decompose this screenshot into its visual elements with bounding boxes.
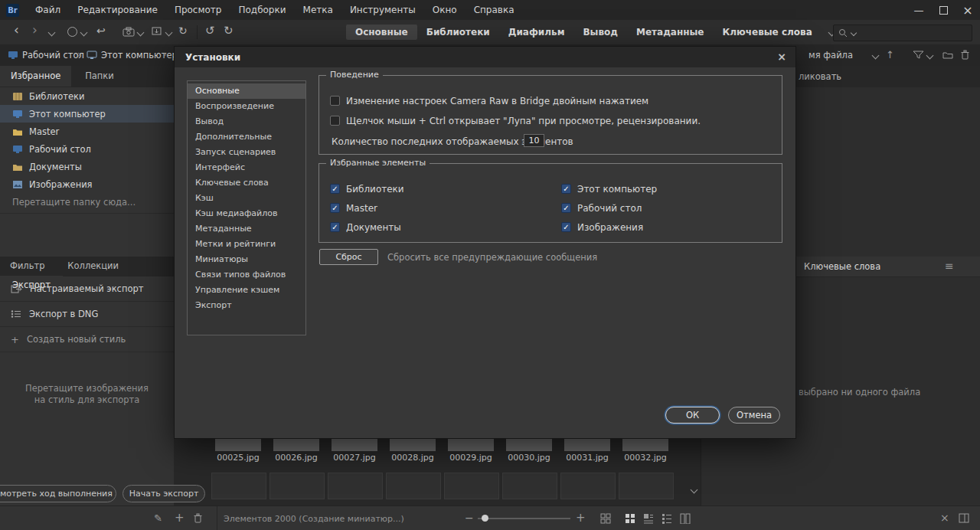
menu-file[interactable]: Файл xyxy=(27,0,69,20)
workspace-tab-filmstrip[interactable]: Диафильм xyxy=(499,25,574,40)
return-to-app-icon[interactable]: ↩ xyxy=(96,25,106,37)
category-keywords[interactable]: Ключевые слова xyxy=(188,175,305,191)
favorite-libraries[interactable]: Библиотеки xyxy=(0,87,174,105)
new-folder-icon[interactable] xyxy=(942,51,953,59)
favorite-master[interactable]: Master xyxy=(0,123,174,140)
camera-dropdown-icon[interactable] xyxy=(137,29,145,37)
category-metadata[interactable]: Метаданные xyxy=(188,221,305,237)
reset-button[interactable]: Сброс xyxy=(319,249,378,265)
camera-raw-checkbox[interactable] xyxy=(330,96,340,106)
fav-documents-checkbox[interactable]: ✓ xyxy=(330,222,340,232)
dialog-close-icon[interactable]: × xyxy=(777,51,786,63)
tab-folders[interactable]: Папки xyxy=(74,66,125,87)
menu-window[interactable]: Окно xyxy=(424,0,466,20)
edit-preset-icon[interactable]: ✎ xyxy=(154,512,162,524)
refresh-icon[interactable]: ↻ xyxy=(178,25,188,37)
category-playback[interactable]: Воспроизведение xyxy=(188,99,305,114)
menu-view[interactable]: Просмотр xyxy=(166,0,230,20)
maximize-button[interactable] xyxy=(931,0,956,20)
view-list-icon[interactable] xyxy=(662,513,672,524)
menu-label[interactable]: Метка xyxy=(295,0,341,20)
favorite-documents[interactable]: Документы xyxy=(0,158,174,175)
nav-dropdown-icon[interactable] xyxy=(48,29,56,37)
layout-panel-icon[interactable] xyxy=(959,513,969,523)
tab-collections[interactable]: Коллекции xyxy=(57,257,129,276)
tab-favorites[interactable]: Избранное xyxy=(0,66,71,87)
fav-desktop-checkbox[interactable]: ✓ xyxy=(561,203,571,213)
sort-ascending-icon[interactable]: ↑ xyxy=(886,49,894,61)
menu-help[interactable]: Справка xyxy=(466,0,523,20)
cancel-button[interactable]: Отмена xyxy=(728,407,780,424)
camera-import-icon[interactable] xyxy=(122,27,135,37)
grid-lock-icon[interactable] xyxy=(600,513,611,524)
loupe-checkbox[interactable] xyxy=(330,116,340,126)
panel-menu-icon[interactable]: ≡ xyxy=(945,260,954,272)
menu-tools[interactable]: Инструменты xyxy=(341,0,424,20)
recent-items-input[interactable] xyxy=(524,134,544,147)
export-item-custom[interactable]: Настраиваемый экспорт xyxy=(0,276,174,302)
thumbnail-size-slider[interactable] xyxy=(478,518,570,519)
category-interface[interactable]: Интерфейс xyxy=(188,160,305,175)
fav-master-checkbox[interactable]: ✓ xyxy=(330,203,340,213)
fav-pictures-checkbox[interactable]: ✓ xyxy=(561,222,571,232)
dialog-title-bar[interactable]: Установки × xyxy=(175,47,795,67)
menu-edit[interactable]: Редактирование xyxy=(69,0,166,20)
workspace-tab-libraries[interactable]: Библиотеки xyxy=(417,25,499,40)
filter-items-icon[interactable] xyxy=(913,51,924,59)
search-input[interactable] xyxy=(860,28,955,38)
favorite-computer[interactable]: Этот компьютер xyxy=(0,105,174,123)
view-details-icon[interactable] xyxy=(643,513,654,524)
back-button[interactable]: ‹ xyxy=(14,24,19,36)
photo-downloader-icon[interactable] xyxy=(152,27,163,37)
forward-button[interactable]: › xyxy=(32,24,38,36)
fav-computer-checkbox[interactable]: ✓ xyxy=(561,184,571,194)
scroll-down-icon[interactable] xyxy=(691,486,698,494)
fav-libraries-checkbox[interactable]: ✓ xyxy=(330,184,340,194)
close-panel-icon[interactable]: × xyxy=(940,512,949,524)
favorite-pictures[interactable]: Изображения xyxy=(0,175,174,193)
zoom-in-icon[interactable]: + xyxy=(576,511,586,525)
view-thumbnails-icon[interactable] xyxy=(625,513,635,524)
sort-by-filename-label[interactable]: мя файла xyxy=(808,50,853,61)
view-columns-icon[interactable] xyxy=(680,513,691,524)
breadcrumb-desktop[interactable]: Рабочий стол xyxy=(22,50,84,61)
search-box[interactable] xyxy=(833,25,972,41)
category-labels-ratings[interactable]: Метки и рейтинги xyxy=(188,237,305,252)
tab-filter[interactable]: Фильтр xyxy=(0,257,55,276)
menu-stacks[interactable]: Подборки xyxy=(230,0,294,20)
start-export-button[interactable]: Начать экспорт xyxy=(122,485,205,502)
sort-dropdown-icon[interactable] xyxy=(872,52,880,60)
zoom-out-icon[interactable]: − xyxy=(465,512,474,524)
category-export[interactable]: Экспорт xyxy=(188,298,305,313)
category-thumbnails[interactable]: Миниатюры xyxy=(188,252,305,267)
export-item-dng[interactable]: Экспорт в DNG xyxy=(0,302,174,327)
category-cache[interactable]: Кэш xyxy=(188,191,305,206)
workspace-tab-essentials[interactable]: Основные xyxy=(346,25,417,40)
workspace-tab-keywords[interactable]: Ключевые слова xyxy=(714,25,822,40)
category-file-type-assoc[interactable]: Связи типов файлов xyxy=(188,267,305,283)
recent-files-icon[interactable] xyxy=(67,27,77,37)
delete-icon[interactable] xyxy=(961,50,969,60)
filter-dropdown-icon[interactable] xyxy=(926,52,934,60)
rotate-cw-button[interactable]: ↻ xyxy=(224,25,234,37)
favorite-desktop[interactable]: Рабочий стол xyxy=(0,140,174,158)
view-progress-button[interactable]: осмотреть ход выполнения xyxy=(0,485,116,502)
downloader-dropdown-icon[interactable] xyxy=(165,29,173,37)
add-preset-icon[interactable]: + xyxy=(175,511,185,525)
category-cache-management[interactable]: Управление кэшем xyxy=(188,283,305,298)
ok-button[interactable]: ОК xyxy=(665,407,720,424)
rotate-ccw-button[interactable]: ↺ xyxy=(205,25,215,37)
close-button[interactable]: × xyxy=(956,0,980,20)
category-advanced[interactable]: Дополнительные xyxy=(188,129,305,145)
delete-preset-icon[interactable] xyxy=(194,513,202,523)
minimize-button[interactable]: — xyxy=(906,0,931,20)
export-item-new-preset[interactable]: + Создать новый стиль xyxy=(0,327,174,352)
category-output[interactable]: Вывод xyxy=(188,114,305,129)
workspace-tab-output[interactable]: Вывод xyxy=(573,25,627,40)
category-startup-scripts[interactable]: Запуск сценариев xyxy=(188,145,305,160)
search-scope-dropdown-icon[interactable] xyxy=(851,30,857,36)
slider-knob[interactable] xyxy=(482,515,488,522)
recent-dropdown-icon[interactable] xyxy=(80,29,88,37)
category-general[interactable]: Основные xyxy=(188,83,305,99)
category-media-cache[interactable]: Кэш медиафайлов xyxy=(188,206,305,221)
